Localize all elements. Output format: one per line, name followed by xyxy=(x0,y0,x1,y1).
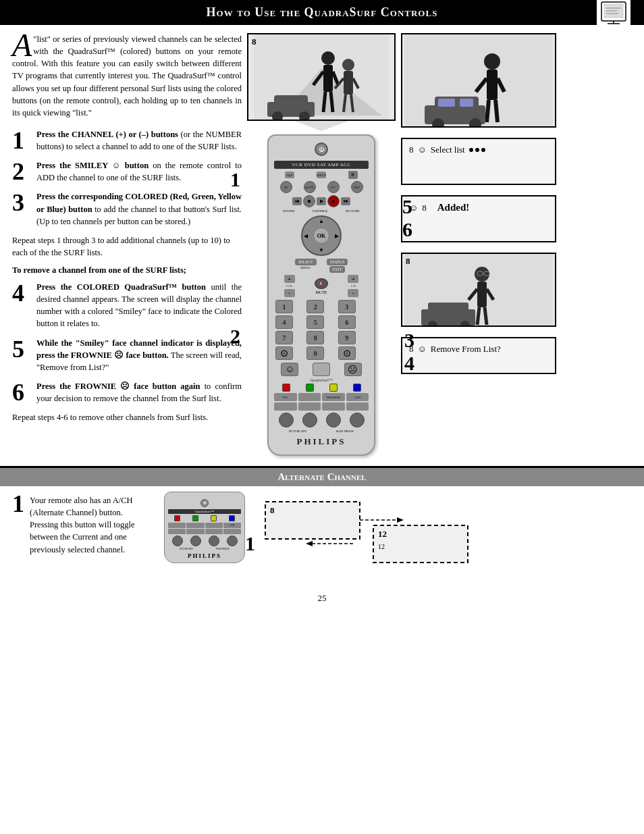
s2f5[interactable] xyxy=(186,529,204,534)
round-4[interactable] xyxy=(350,413,365,427)
nav-left[interactable]: ◀ xyxy=(304,233,308,239)
s2f7[interactable] xyxy=(223,529,241,534)
s2r4[interactable] xyxy=(227,536,238,546)
section2-yellow[interactable] xyxy=(211,515,217,521)
nav-up[interactable]: ▲ xyxy=(319,218,324,224)
ch-up[interactable]: + xyxy=(348,275,358,283)
section2-left: 1 Your remote also has an A/CH (Alternat… xyxy=(12,492,147,579)
num-1[interactable]: 1 xyxy=(275,300,293,313)
nav-right[interactable]: ▶ xyxy=(335,233,339,239)
step-4: 4 Press the COLORED QuadraSurf™ button u… xyxy=(12,281,242,330)
s2-ach[interactable]: A/CH xyxy=(223,523,241,528)
cc-button[interactable]: CC xyxy=(327,181,340,193)
round-3[interactable] xyxy=(326,413,341,427)
red-button[interactable] xyxy=(282,384,290,392)
frownie-button[interactable]: ☹ xyxy=(344,363,362,376)
step-1-number: 1 xyxy=(12,128,31,153)
step-1-text: Press the CHANNEL (+) or (–) buttons (or… xyxy=(36,128,242,153)
exit-button[interactable]: EXIT xyxy=(329,266,346,273)
section2-content: 1 Your remote also has an A/CH (Alternat… xyxy=(0,492,644,586)
svg-marker-57 xyxy=(397,517,404,523)
blue-button[interactable] xyxy=(353,384,361,392)
s2r3[interactable] xyxy=(209,536,219,546)
smiley-button[interactable]: ☺ xyxy=(281,363,298,376)
num-6[interactable]: 6 xyxy=(338,315,356,329)
round-2[interactable] xyxy=(302,413,317,427)
num-4[interactable]: 4 xyxy=(275,315,293,329)
sleep2-button[interactable]: SLP xyxy=(351,181,363,193)
vol-down[interactable]: - xyxy=(284,289,295,297)
power-button[interactable]: ⏻ xyxy=(315,142,328,156)
func-5[interactable] xyxy=(322,402,345,411)
func-program[interactable]: PROGRAM xyxy=(322,393,345,401)
s2f3[interactable] xyxy=(205,523,223,528)
func-2[interactable] xyxy=(298,393,321,401)
ch-down[interactable]: - xyxy=(348,289,358,297)
av-button[interactable]: AV xyxy=(280,181,292,193)
num-3[interactable]: 3 xyxy=(338,300,356,313)
round-1[interactable] xyxy=(279,413,294,427)
num-zero-large[interactable] xyxy=(313,363,330,376)
s2f1[interactable] xyxy=(168,523,186,528)
num-5[interactable]: 5 xyxy=(306,315,324,329)
num-0[interactable]: 0 xyxy=(306,346,324,360)
step-label-3-4: 34 xyxy=(404,329,414,375)
svg-line-14 xyxy=(331,92,333,112)
step-6-text: Press the FROWNIE ☹ face button again to… xyxy=(36,380,242,405)
ok-button[interactable]: OK xyxy=(313,228,329,244)
mute-button[interactable]: 🔇 xyxy=(315,278,328,289)
section2-red[interactable] xyxy=(174,515,180,521)
active-button[interactable]: ACTV xyxy=(304,181,316,193)
num-9[interactable]: 9 xyxy=(338,331,356,344)
func-ach[interactable]: A/CH xyxy=(346,393,369,401)
yellow-button[interactable] xyxy=(329,384,338,392)
s2r2[interactable] xyxy=(190,536,201,546)
num-8[interactable]: 8 xyxy=(306,331,324,344)
drop-cap: A xyxy=(12,33,32,57)
section2-power[interactable]: ⏻ xyxy=(200,499,209,507)
rewind-button[interactable]: ⏮ xyxy=(292,197,302,205)
s2r1[interactable] xyxy=(172,536,183,546)
green-button[interactable] xyxy=(306,384,314,392)
svg-text:12: 12 xyxy=(378,543,385,550)
num-2[interactable]: 2 xyxy=(306,300,324,313)
input-button[interactable]: INPUT xyxy=(317,172,326,178)
num-7[interactable]: 7 xyxy=(275,331,293,344)
func-6[interactable] xyxy=(346,402,369,411)
steps-4-6: 4 Press the COLORED QuadraSurf™ button u… xyxy=(12,281,242,405)
step-2-text: Press the SMILEY ☺ button on the remote … xyxy=(36,159,242,184)
status-button[interactable]: STATUS xyxy=(327,259,348,265)
header-icon xyxy=(597,0,630,26)
s2-bottom-labels: PICTURE SIZE MAIN FREEZE xyxy=(168,548,241,550)
function-buttons: FAV PROGRAM A/CH xyxy=(274,393,369,411)
step-6-number: 6 xyxy=(12,380,31,405)
play-button[interactable]: ▶ xyxy=(317,197,326,205)
right-column: 8 ☺ Select list ☺ 8 Added! 8 xyxy=(401,33,556,456)
num-dot[interactable]: ⊙ xyxy=(275,346,293,360)
nav-down[interactable]: ▼ xyxy=(319,247,324,253)
svg-rect-10 xyxy=(323,65,333,92)
vol-up[interactable]: + xyxy=(284,275,295,283)
func-4[interactable] xyxy=(298,402,321,411)
func-3[interactable] xyxy=(274,402,297,411)
record-button[interactable]: ⏺ xyxy=(327,195,340,207)
select-button[interactable]: SELECT xyxy=(295,259,317,265)
added-label: Added! xyxy=(437,202,470,213)
s2f4[interactable] xyxy=(168,529,186,534)
func-1[interactable]: FAV xyxy=(274,393,297,401)
stop-button[interactable]: ⏹ xyxy=(303,195,315,207)
s2f2[interactable] xyxy=(186,523,204,528)
sleep-button[interactable]: SLP xyxy=(285,172,294,178)
remove-label: Remove From List? xyxy=(431,344,501,355)
s2f6[interactable] xyxy=(205,529,223,534)
step-1-bold: Press the CHANNEL (+) or (–) buttons xyxy=(36,130,178,139)
added-channel-num: 8 xyxy=(422,203,427,213)
section2-step-text: Your remote also has an A/CH (Alternate … xyxy=(30,494,147,556)
fastforward-button[interactable]: ⏭ xyxy=(341,197,350,205)
section2-green[interactable] xyxy=(192,515,198,521)
bottom-special-row: ☺ ☹ xyxy=(274,363,369,376)
num-star[interactable]: ⊙ xyxy=(338,346,356,360)
section2-blue[interactable] xyxy=(229,515,235,521)
repeat-text-1: Repeat steps 1 through 3 to add addition… xyxy=(12,234,242,259)
pause-button[interactable]: ⏸ xyxy=(348,171,358,179)
